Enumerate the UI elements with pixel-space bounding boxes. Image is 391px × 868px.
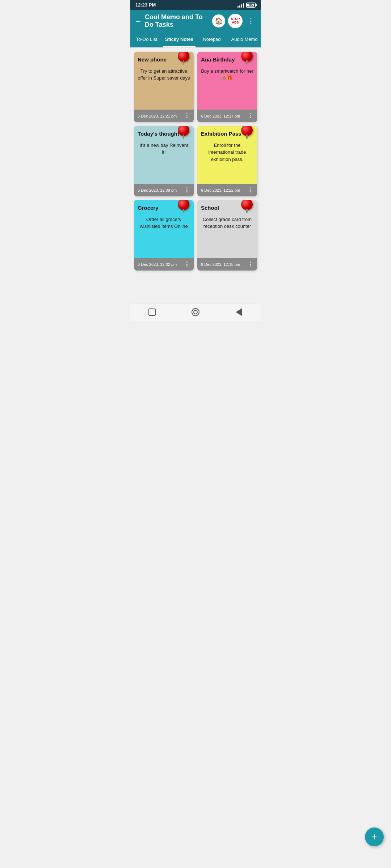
nav-back-button[interactable]: [234, 307, 244, 317]
status-bar: 12:23 PM 95: [130, 0, 261, 10]
note-footer: 6 Dec 2023, 12:09 pm ⋮: [134, 184, 194, 196]
note-content: Try to get an attractive offer in Super …: [138, 68, 190, 82]
pushpin-icon: [241, 126, 254, 140]
note-menu-button[interactable]: ⋮: [247, 261, 253, 268]
note-card[interactable]: Grocery Order all grocery wishlisted ite…: [134, 200, 194, 271]
home-nav-icon: [192, 308, 199, 316]
signal-icon: [237, 3, 244, 8]
note-menu-button[interactable]: ⋮: [184, 261, 190, 268]
battery-icon: 95: [246, 3, 256, 8]
more-options-button[interactable]: ⋮: [245, 16, 256, 26]
nav-recents-button[interactable]: [147, 307, 157, 317]
recents-icon: [148, 309, 156, 316]
note-body: School Collect grade card from reception…: [197, 200, 257, 258]
note-card[interactable]: Exhibition Pass Enroll for the internati…: [197, 126, 257, 196]
note-body: Grocery Order all grocery wishlisted ite…: [134, 200, 194, 258]
note-content: Buy a smartwatch for her 🎊🎁.: [201, 68, 253, 82]
note-body: Exhibition Pass Enroll for the internati…: [197, 126, 257, 184]
pushpin-icon: [178, 52, 191, 65]
note-body: New phone Try to get an attractive offer…: [134, 52, 194, 110]
pushpin-icon: [241, 200, 254, 214]
app-title: Cool Memo and To Do Tasks: [145, 13, 209, 29]
note-body: Ana Birthday Buy a smartwatch for her 🎊🎁…: [197, 52, 257, 110]
nav-home-button[interactable]: [190, 307, 201, 317]
note-menu-button[interactable]: ⋮: [247, 112, 253, 119]
app-bar: ← Cool Memo and To Do Tasks 🏠 STOP ADS ⋮: [130, 10, 261, 32]
note-footer: 6 Dec 2023, 12:22 pm ⋮: [197, 184, 257, 196]
note-footer: 6 Dec 2023, 12:21 pm ⋮: [134, 110, 194, 122]
pushpin-icon: [178, 200, 191, 214]
bottom-nav: [130, 303, 261, 321]
tab-bar: To-Do List Sticky Notes Notepad Audio Me…: [130, 32, 261, 48]
note-card[interactable]: New phone Try to get an attractive offer…: [134, 52, 194, 122]
pushpin-icon: [241, 52, 254, 65]
note-menu-button[interactable]: ⋮: [247, 187, 253, 193]
note-card[interactable]: Ana Birthday Buy a smartwatch for her 🎊🎁…: [197, 52, 257, 122]
note-footer: 6 Dec 2023, 12:17 pm ⋮: [197, 110, 257, 122]
note-content: Order all grocery wishlisted items Onlin…: [138, 216, 190, 230]
note-content: It's a new day Reinvent it!: [138, 142, 190, 156]
note-content: Enroll for the international trade exhib…: [201, 142, 253, 163]
note-card[interactable]: School Collect grade card from reception…: [197, 200, 257, 271]
note-date: 6 Dec 2023, 12:21 pm: [138, 114, 177, 118]
home-icon: 🏠: [215, 17, 223, 25]
note-footer: 6 Dec 2023, 12:18 pm ⋮: [197, 258, 257, 271]
note-date: 6 Dec 2023, 12:18 pm: [201, 262, 240, 267]
note-content: Collect grade card from reception desk c…: [201, 216, 253, 230]
pushpin-icon: [178, 126, 191, 140]
back-button[interactable]: ←: [135, 17, 142, 25]
note-date: 6 Dec 2023, 12:09 pm: [138, 188, 177, 192]
tab-notepad[interactable]: Notepad: [196, 32, 228, 47]
back-nav-icon: [236, 308, 242, 316]
note-footer: 6 Dec 2023, 12:02 pm ⋮: [134, 258, 194, 271]
system-indicators: 95: [237, 3, 256, 8]
note-date: 6 Dec 2023, 12:17 pm: [201, 114, 240, 118]
tab-sticky-notes[interactable]: Sticky Notes: [163, 32, 196, 47]
notes-grid: New phone Try to get an attractive offer…: [130, 48, 261, 274]
time-display: 12:23 PM: [135, 2, 156, 8]
note-card[interactable]: Today's thought It's a new day Reinvent …: [134, 126, 194, 196]
stop-ads-button[interactable]: STOP ADS: [228, 14, 243, 28]
app-bar-actions: 🏠 STOP ADS ⋮: [212, 14, 256, 28]
note-date: 6 Dec 2023, 12:22 pm: [201, 188, 240, 192]
tab-audio-memo[interactable]: Audio Memo: [228, 32, 261, 47]
home-button[interactable]: 🏠: [212, 14, 225, 27]
note-date: 6 Dec 2023, 12:02 pm: [138, 262, 177, 267]
tab-todo[interactable]: To-Do List: [130, 32, 163, 47]
note-menu-button[interactable]: ⋮: [184, 187, 190, 193]
note-body: Today's thought It's a new day Reinvent …: [134, 126, 194, 184]
note-menu-button[interactable]: ⋮: [184, 112, 190, 119]
